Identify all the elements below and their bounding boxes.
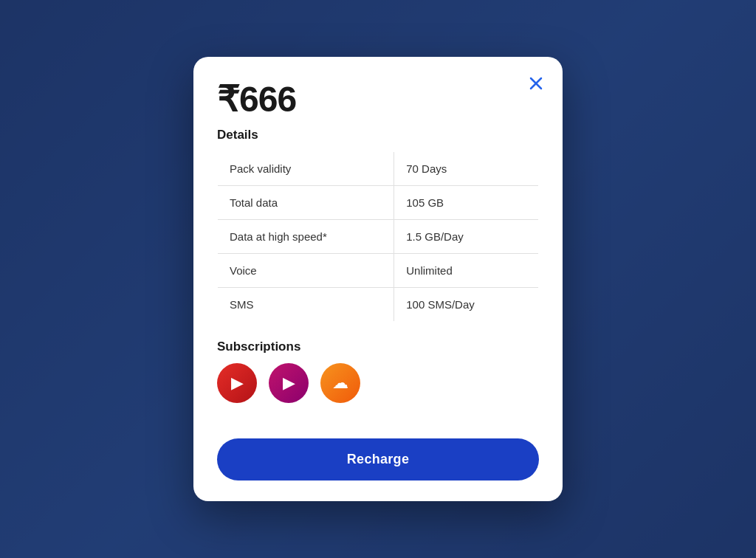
modal-header: ₹666 <box>193 57 563 125</box>
table-row: Pack validity 70 Days <box>218 152 539 186</box>
subscription-icons-container: ▶▶☁ <box>217 363 539 403</box>
row-label: Data at high speed* <box>218 220 394 254</box>
row-value: 70 Days <box>394 152 539 186</box>
recharge-button[interactable]: Recharge <box>217 438 539 480</box>
subscriptions-section: Subscriptions ▶▶☁ <box>217 340 539 403</box>
subscription-icon-cloud: ☁ <box>320 363 360 403</box>
details-section-title: Details <box>217 128 539 142</box>
table-row: Voice Unlimited <box>218 254 539 288</box>
row-value: 1.5 GB/Day <box>394 220 539 254</box>
close-icon <box>529 76 543 91</box>
modal-scrollable-content[interactable]: Details Pack validity 70 Days Total data… <box>193 125 563 427</box>
price-display: ₹666 <box>217 80 539 120</box>
row-value: 100 SMS/Day <box>394 288 539 322</box>
modal-overlay: ₹666 Details Pack validity 70 Days Total… <box>0 0 756 558</box>
table-row: Total data 105 GB <box>218 186 539 220</box>
row-value: 105 GB <box>394 186 539 220</box>
row-label: Voice <box>218 254 394 288</box>
row-label: Total data <box>218 186 394 220</box>
row-label: SMS <box>218 288 394 322</box>
modal-footer: Recharge <box>193 427 563 501</box>
row-value: Unlimited <box>394 254 539 288</box>
close-button[interactable] <box>524 72 548 95</box>
details-table: Pack validity 70 Days Total data 105 GB … <box>217 151 539 322</box>
subscription-icon-youtube: ▶ <box>217 363 257 403</box>
table-row: SMS 100 SMS/Day <box>218 288 539 322</box>
row-label: Pack validity <box>218 152 394 186</box>
detail-modal: ₹666 Details Pack validity 70 Days Total… <box>193 57 563 502</box>
subscription-icon-video-app: ▶ <box>269 363 309 403</box>
subscriptions-title: Subscriptions <box>217 340 539 354</box>
table-row: Data at high speed* 1.5 GB/Day <box>218 220 539 254</box>
